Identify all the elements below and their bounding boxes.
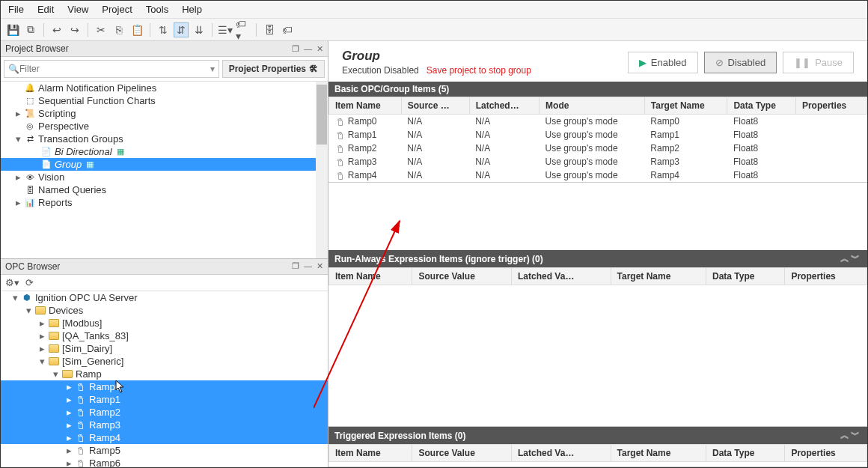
column-header[interactable]: Properties bbox=[795, 97, 867, 115]
project-tree-item[interactable]: 🗄Named Queries bbox=[1, 183, 328, 196]
tool-b-icon[interactable]: ⇵ bbox=[174, 22, 189, 37]
copy-icon[interactable]: ⎘ bbox=[111, 22, 126, 37]
column-header[interactable]: Latched Va… bbox=[512, 268, 611, 285]
project-tree-item[interactable]: ⬚Sequential Function Charts bbox=[1, 94, 328, 107]
project-properties-button[interactable]: Project Properties 🛠 bbox=[222, 60, 325, 78]
column-header[interactable]: Target Name bbox=[644, 97, 727, 115]
column-header[interactable]: Data Type bbox=[706, 268, 784, 285]
column-header[interactable]: Latched… bbox=[469, 97, 539, 115]
opc-tree-item[interactable]: ▸🏷Ramp5 bbox=[1, 444, 328, 457]
project-tree-item[interactable]: 🔔Alarm Notification Pipelines bbox=[1, 82, 328, 94]
restore-icon[interactable]: ❐ bbox=[292, 44, 299, 54]
opc-item-label: [Sim_Dairy] bbox=[62, 343, 112, 354]
column-header[interactable]: Latched Va… bbox=[512, 445, 611, 462]
cursor-icon bbox=[115, 380, 126, 393]
opc-tree-item[interactable]: ▸🏷Ramp4 bbox=[1, 431, 328, 444]
opc-tree-item[interactable]: ▸🏷Ramp2 bbox=[1, 406, 328, 419]
opc-settings-icon[interactable]: ⚙▾ bbox=[5, 277, 19, 288]
alert-text: Save project to stop group bbox=[427, 65, 531, 76]
basic-opc-table[interactable]: Item NameSource …Latched…ModeTarget Name… bbox=[328, 97, 867, 182]
run-always-table[interactable]: Item NameSource ValueLatched Va…Target N… bbox=[328, 267, 867, 285]
table-row[interactable]: 🏷 Ramp0N/AN/AUse group's modeRamp0Float8 bbox=[329, 115, 867, 129]
opc-tree-item[interactable]: ▸[Sim_Dairy] bbox=[1, 342, 328, 355]
minimize-icon[interactable]: — bbox=[304, 44, 312, 54]
project-tree-item[interactable]: ▾⇄Transaction Groups bbox=[1, 133, 328, 145]
column-header[interactable]: Source … bbox=[401, 97, 469, 115]
column-header[interactable]: Item Name bbox=[329, 97, 402, 115]
close-icon[interactable]: ✕ bbox=[317, 261, 323, 271]
project-browser-toolbar: 🔍 ▾ Project Properties 🛠 bbox=[1, 57, 328, 82]
menu-help[interactable]: Help bbox=[182, 4, 202, 15]
paste-icon[interactable]: 📋 bbox=[129, 22, 144, 37]
menu-file[interactable]: File bbox=[8, 4, 24, 15]
opc-tree-item[interactable]: ▸🏷Ramp6 bbox=[1, 457, 328, 468]
project-tree-item[interactable]: ▸📊Reports bbox=[1, 196, 328, 209]
filter-field[interactable]: 🔍 ▾ bbox=[4, 60, 219, 78]
collapse-icon[interactable]: ︽︾ bbox=[840, 252, 861, 265]
cut-icon[interactable]: ✂ bbox=[94, 22, 109, 37]
dropdown-icon[interactable]: ▾ bbox=[210, 64, 215, 74]
triggered-table[interactable]: Item NameSource ValueLatched Va…Target N… bbox=[328, 444, 867, 462]
tool-a-icon[interactable]: ⇅ bbox=[156, 22, 171, 37]
tree-item-icon: ◎ bbox=[25, 121, 35, 132]
opc-tree-item[interactable]: ▸🏷Ramp0 bbox=[1, 380, 328, 393]
enabled-button[interactable]: ▶Enabled bbox=[628, 52, 698, 73]
opc-tree-item[interactable]: ▾⬢Ignition OPC UA Server bbox=[1, 291, 328, 304]
project-tree[interactable]: 🔔Alarm Notification Pipelines⬚Sequential… bbox=[1, 82, 328, 259]
project-tree-item[interactable]: ▸👁Vision bbox=[1, 171, 328, 183]
column-header[interactable]: Target Name bbox=[611, 268, 706, 285]
opc-tree-item[interactable]: ▸[QA_Tanks_83] bbox=[1, 329, 328, 342]
table-row[interactable]: 🏷 Ramp1N/AN/AUse group's modeRamp1Float8 bbox=[329, 128, 867, 142]
column-header[interactable]: Mode bbox=[540, 97, 645, 115]
table-row[interactable]: 🏷 Ramp3N/AN/AUse group's modeRamp3Float8 bbox=[329, 155, 867, 168]
column-header[interactable]: Properties bbox=[785, 268, 867, 285]
db-icon[interactable]: 🗄 bbox=[262, 22, 277, 37]
table-row[interactable]: 🏷 Ramp4N/AN/AUse group's modeRamp4Float8 bbox=[329, 168, 867, 182]
disabled-button[interactable]: ⊘Disabled bbox=[704, 52, 777, 73]
tag-add-icon[interactable]: 🏷▾ bbox=[236, 22, 251, 37]
redo-icon[interactable]: ↪ bbox=[67, 22, 82, 37]
opc-item-label: Ramp bbox=[76, 368, 102, 380]
column-header[interactable]: Item Name bbox=[329, 445, 412, 462]
opc-tree-item[interactable]: ▸🏷Ramp3 bbox=[1, 419, 328, 431]
filter-input[interactable] bbox=[19, 64, 210, 74]
column-header[interactable]: Data Type bbox=[727, 97, 795, 115]
db-badge-icon: ▦ bbox=[115, 147, 126, 157]
project-tree-item[interactable]: 📄Group ▦ bbox=[1, 158, 328, 171]
save-icon[interactable]: 💾 bbox=[5, 22, 20, 37]
menu-project[interactable]: Project bbox=[102, 4, 132, 15]
opc-tree-item[interactable]: ▾Devices bbox=[1, 304, 328, 317]
opc-item-label: [Sim_Generic] bbox=[62, 356, 123, 367]
opc-tree-item[interactable]: ▸[Modbus] bbox=[1, 317, 328, 329]
collapse-icon[interactable]: ︽︾ bbox=[840, 429, 861, 442]
project-tree-item[interactable]: 📄Bi Directional ▦ bbox=[1, 145, 328, 158]
list-icon[interactable]: ☰▾ bbox=[218, 22, 233, 37]
column-header[interactable]: Data Type bbox=[706, 445, 784, 462]
tree-item-icon: 📊 bbox=[25, 198, 35, 208]
opc-tree[interactable]: ▾⬢Ignition OPC UA Server▾Devices▸[Modbus… bbox=[1, 291, 328, 468]
save-all-icon[interactable]: ⧉ bbox=[23, 22, 38, 37]
table-row[interactable]: 🏷 Ramp2N/AN/AUse group's modeRamp2Float8 bbox=[329, 142, 867, 155]
undo-icon[interactable]: ↩ bbox=[49, 22, 64, 37]
column-header[interactable]: Source Value bbox=[412, 445, 512, 462]
project-tree-item[interactable]: ◎Perspective bbox=[1, 120, 328, 133]
opc-item-label: Devices bbox=[49, 305, 83, 316]
restore-icon[interactable]: ❐ bbox=[292, 261, 299, 271]
opc-tree-item[interactable]: ▾[Sim_Generic] bbox=[1, 355, 328, 368]
column-header[interactable]: Properties bbox=[785, 445, 867, 462]
menu-edit[interactable]: Edit bbox=[37, 4, 54, 15]
column-header[interactable]: Target Name bbox=[611, 445, 706, 462]
menu-view[interactable]: View bbox=[67, 4, 88, 15]
folder-icon bbox=[49, 317, 59, 328]
opc-tree-item[interactable]: ▾Ramp bbox=[1, 368, 328, 380]
opc-tree-item[interactable]: ▸🏷Ramp1 bbox=[1, 393, 328, 406]
menu-tools[interactable]: Tools bbox=[146, 4, 168, 15]
tool-c-icon[interactable]: ⇊ bbox=[192, 22, 207, 37]
tag-icon[interactable]: 🏷 bbox=[280, 22, 295, 37]
close-icon[interactable]: ✕ bbox=[317, 44, 323, 54]
refresh-icon[interactable]: ⟳ bbox=[25, 277, 34, 288]
column-header[interactable]: Source Value bbox=[412, 268, 512, 285]
column-header[interactable]: Item Name bbox=[329, 268, 412, 285]
project-tree-item[interactable]: ▸📜Scripting bbox=[1, 107, 328, 120]
minimize-icon[interactable]: — bbox=[304, 261, 312, 271]
